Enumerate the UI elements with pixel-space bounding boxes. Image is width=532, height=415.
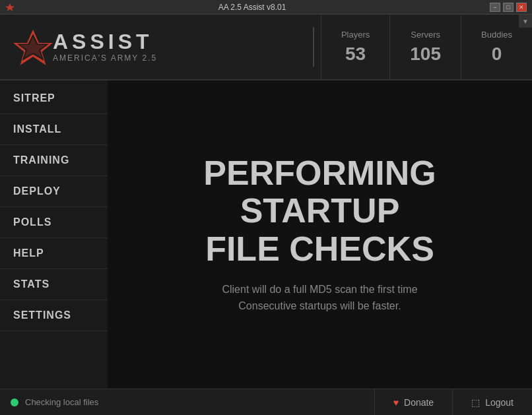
sidebar-item-install[interactable]: INSTALL bbox=[0, 114, 108, 145]
logout-button[interactable]: ⬚ Logout bbox=[452, 389, 532, 416]
sidebar-item-sitrep[interactable]: SITREP bbox=[0, 83, 108, 114]
heart-icon: ♥ bbox=[393, 397, 399, 408]
logout-label: Logout bbox=[485, 397, 514, 408]
window-controls: − □ ✕ bbox=[490, 3, 527, 12]
polls-label: POLLS bbox=[13, 216, 51, 228]
logo-subtitle-text: AMERICA'S ARMY 2.5 bbox=[53, 53, 157, 63]
status-right: ♥ Donate ⬚ Logout bbox=[374, 389, 532, 416]
buddies-value: 0 bbox=[492, 44, 502, 65]
main-layout: SITREP INSTALL TRAINING DEPLOY POLLS HEL… bbox=[0, 80, 532, 389]
minimize-button[interactable]: − bbox=[490, 3, 500, 12]
donate-label: Donate bbox=[404, 397, 434, 408]
aa-logo bbox=[13, 27, 53, 67]
sidebar-item-training[interactable]: TRAINING bbox=[0, 145, 108, 176]
sidebar: SITREP INSTALL TRAINING DEPLOY POLLS HEL… bbox=[0, 80, 108, 389]
servers-stat: Servers 105 bbox=[389, 15, 461, 79]
header-dropdown-button[interactable]: ▼ bbox=[519, 15, 532, 28]
buddies-label: Buddies bbox=[481, 30, 512, 40]
sidebar-item-stats[interactable]: STATS bbox=[0, 269, 108, 300]
stats-area: Players 53 Servers 105 Buddies 0 bbox=[321, 15, 532, 79]
logo-text: ASSIST AMERICA'S ARMY 2.5 bbox=[53, 31, 157, 63]
servers-value: 105 bbox=[410, 44, 441, 65]
install-label: INSTALL bbox=[13, 123, 61, 135]
players-stat: Players 53 bbox=[321, 15, 389, 79]
settings-label: SETTINGS bbox=[13, 309, 71, 321]
servers-label: Servers bbox=[411, 30, 440, 40]
players-value: 53 bbox=[345, 44, 366, 65]
sitrep-label: SITREP bbox=[13, 92, 55, 104]
help-label: HELP bbox=[13, 247, 44, 259]
maximize-button[interactable]: □ bbox=[503, 3, 514, 12]
startup-description: Client will do a full MD5 scan the first… bbox=[222, 281, 417, 315]
logout-icon: ⬚ bbox=[471, 397, 480, 408]
players-label: Players bbox=[341, 30, 370, 40]
content-area: PERFORMING STARTUP FILE CHECKS Client wi… bbox=[108, 80, 532, 389]
status-text: Checking local files bbox=[25, 397, 98, 407]
sidebar-item-settings[interactable]: SETTINGS bbox=[0, 300, 108, 331]
header: ASSIST AMERICA'S ARMY 2.5 Players 53 Ser… bbox=[0, 15, 532, 80]
sidebar-item-help[interactable]: HELP bbox=[0, 238, 108, 269]
donate-button[interactable]: ♥ Donate bbox=[374, 389, 452, 416]
title-bar-title: AA 2.5 Assist v8.01 bbox=[15, 3, 490, 12]
sidebar-item-deploy[interactable]: DEPLOY bbox=[0, 176, 108, 207]
startup-desc-line2: Consecutive startups will be faster. bbox=[222, 298, 417, 315]
svg-marker-0 bbox=[5, 3, 15, 11]
logo-area: ASSIST AMERICA'S ARMY 2.5 bbox=[0, 27, 306, 67]
status-left: Checking local files bbox=[0, 397, 374, 407]
startup-desc-line1: Client will do a full MD5 scan the first… bbox=[222, 281, 417, 298]
status-bar: Checking local files ♥ Donate ⬚ Logout bbox=[0, 389, 532, 415]
sidebar-item-polls[interactable]: POLLS bbox=[0, 207, 108, 238]
app-icon bbox=[5, 3, 15, 12]
training-label: TRAINING bbox=[13, 154, 69, 166]
logo-assist-text: ASSIST bbox=[53, 31, 157, 52]
startup-title-line1: PERFORMING STARTUP bbox=[121, 154, 519, 230]
close-button[interactable]: ✕ bbox=[516, 3, 527, 12]
startup-title: PERFORMING STARTUP FILE CHECKS bbox=[121, 154, 519, 268]
deploy-label: DEPLOY bbox=[13, 185, 61, 197]
stats-label: STATS bbox=[13, 278, 50, 290]
startup-title-line2: FILE CHECKS bbox=[121, 230, 519, 268]
status-indicator bbox=[11, 399, 18, 406]
title-bar: AA 2.5 Assist v8.01 − □ ✕ bbox=[0, 0, 532, 15]
header-divider bbox=[313, 27, 314, 67]
